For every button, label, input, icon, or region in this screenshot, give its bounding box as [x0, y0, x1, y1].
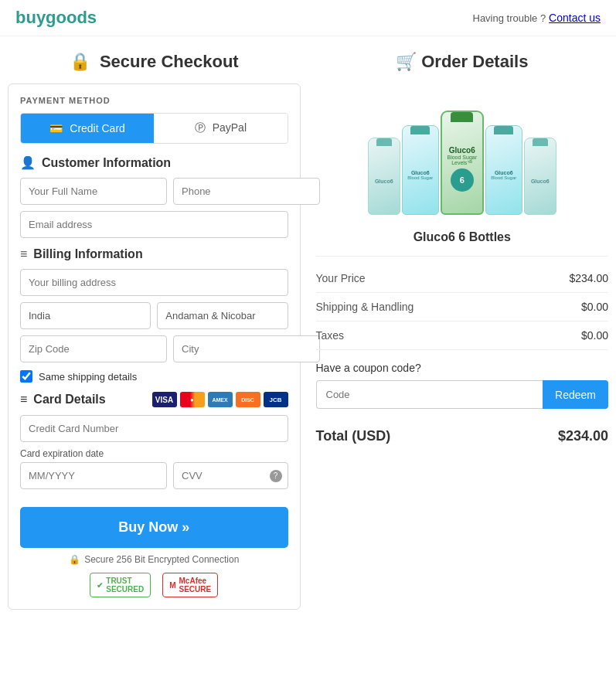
expiry-input[interactable]: [20, 462, 167, 489]
same-shipping-checkbox[interactable]: [20, 370, 32, 383]
full-name-input[interactable]: [20, 178, 167, 205]
paypal-tab-label: PayPal: [213, 121, 247, 134]
bottle-left: Gluco6 Blood Sugar: [402, 125, 439, 215]
summary-row-taxes: Taxes $0.00: [316, 321, 609, 350]
city-input[interactable]: [173, 335, 320, 362]
trouble-area: Having trouble ? Contact us: [473, 12, 601, 24]
payment-tabs: 💳 Credit Card Ⓟ PayPal: [20, 113, 288, 144]
card-number-row: [20, 415, 288, 442]
address-input[interactable]: [20, 269, 288, 296]
address-row: [20, 269, 288, 296]
mcafee-badge: M McAfeeSECURE: [162, 573, 218, 597]
coupon-row: Redeem: [316, 380, 609, 409]
right-header: 🛒 Order Details: [316, 44, 609, 83]
secure-note-lock-icon: 🔒: [69, 554, 80, 565]
customer-section-title: 👤 Customer Information: [20, 155, 288, 170]
state-select[interactable]: Andaman & Nicobar Maharashtra Delhi: [157, 302, 288, 329]
left-header-title: Secure Checkout: [100, 52, 239, 71]
product-bottles: Gluco6 Gluco6 Blood Sugar Gluco6 Blood S…: [316, 91, 609, 215]
summary-row-shipping: Shipping & Handling $0.00: [316, 293, 609, 321]
price-label: Your Price: [316, 272, 366, 284]
card-details-icon: ≡: [20, 393, 27, 407]
trust-secure-badge: ✔ TRUSTSECURED: [90, 573, 151, 597]
same-shipping-row: Same shipping details: [20, 370, 288, 383]
country-select[interactable]: India United States United Kingdom: [20, 302, 151, 329]
card-icons: VISA ● AMEX DISC JCB: [152, 392, 288, 407]
coupon-input[interactable]: [316, 380, 543, 409]
card-number-input[interactable]: [20, 415, 288, 442]
credit-card-tab-icon: 💳: [49, 122, 63, 134]
logo: buygoods: [15, 8, 97, 28]
total-row: Total (USD) $234.00: [316, 417, 609, 456]
amex-icon: AMEX: [208, 392, 233, 407]
right-panel: 🛒 Order Details Gluco6 Gluco6 Blood Suga…: [316, 44, 609, 610]
payment-box: PAYMENT METHOD 💳 Credit Card Ⓟ PayPal 👤 …: [8, 83, 301, 610]
zip-input[interactable]: [20, 335, 167, 362]
email-row: [20, 211, 288, 238]
bottle-right: Gluco6 Blood Sugar: [485, 125, 522, 215]
country-state-row: India United States United Kingdom Andam…: [20, 302, 288, 329]
zip-city-row: [20, 335, 288, 362]
left-panel: 🔒 Secure Checkout PAYMENT METHOD 💳 Credi…: [8, 44, 301, 610]
payment-method-label: PAYMENT METHOD: [20, 96, 288, 105]
customer-icon: 👤: [20, 155, 36, 170]
total-amount: $234.00: [558, 428, 608, 444]
expiry-label: Card expiration date: [20, 448, 288, 459]
tab-credit-card[interactable]: 💳 Credit Card: [21, 114, 154, 143]
price-amount: $234.00: [569, 272, 608, 284]
email-input[interactable]: [20, 211, 288, 238]
jcb-icon: JCB: [264, 392, 288, 407]
card-details-title: ≡ Card Details: [20, 393, 106, 407]
cvv-help-icon[interactable]: ?: [270, 470, 282, 482]
credit-card-tab-label: Credit Card: [70, 122, 125, 134]
trouble-text: Having trouble ?: [473, 12, 546, 24]
discover-icon: DISC: [236, 392, 260, 407]
card-details-header: ≡ Card Details VISA ● AMEX DISC JCB: [20, 392, 288, 407]
coupon-section: Have a coupon code? Redeem: [316, 350, 609, 417]
product-image-area: Gluco6 Gluco6 Blood Sugar Gluco6 Blood S…: [316, 83, 609, 223]
secure-note: 🔒 Secure 256 Bit Encrypted Connection: [20, 554, 288, 565]
visa-icon: VISA: [152, 392, 177, 407]
buy-now-button[interactable]: Buy Now »: [20, 507, 288, 548]
redeem-button[interactable]: Redeem: [543, 380, 608, 409]
name-phone-row: [20, 178, 288, 205]
total-label: Total (USD): [316, 428, 391, 444]
bottle-center: Gluco6 Blood Sugar Levels™ 6: [441, 111, 484, 215]
cvv-wrap: ?: [173, 462, 288, 489]
contact-link[interactable]: Contact us: [549, 12, 601, 24]
expiry-cvv-row: ?: [20, 462, 288, 489]
taxes-amount: $0.00: [581, 329, 608, 342]
billing-icon: ≡: [20, 247, 27, 261]
mastercard-icon: ●: [180, 392, 205, 407]
phone-input[interactable]: [173, 178, 320, 205]
shipping-label: Shipping & Handling: [316, 301, 414, 313]
shipping-amount: $0.00: [581, 301, 608, 313]
left-header: 🔒 Secure Checkout: [8, 44, 301, 83]
taxes-label: Taxes: [316, 329, 345, 342]
product-name: Gluco6 6 Bottles: [316, 230, 609, 244]
billing-section-title: ≡ Billing Information: [20, 247, 288, 261]
tab-paypal[interactable]: Ⓟ PayPal: [154, 114, 287, 143]
trust-badges: ✔ TRUSTSECURED M McAfeeSECURE: [20, 573, 288, 597]
main-container: 🔒 Secure Checkout PAYMENT METHOD 💳 Credi…: [0, 36, 616, 617]
lock-icon: 🔒: [70, 52, 90, 71]
paypal-tab-icon: Ⓟ: [195, 121, 206, 134]
cart-icon: 🛒: [396, 52, 417, 71]
bottle-far-left: Gluco6: [368, 138, 400, 215]
bottle-far-right: Gluco6: [524, 138, 556, 215]
top-bar: buygoods Having trouble ? Contact us: [0, 0, 616, 36]
mcafee-icon: M: [169, 581, 175, 590]
same-shipping-label: Same shipping details: [39, 371, 137, 383]
summary-row-price: Your Price $234.00: [316, 264, 609, 293]
order-summary: Your Price $234.00 Shipping & Handling $…: [316, 256, 609, 350]
coupon-label: Have a coupon code?: [316, 362, 609, 374]
trust-secure-icon: ✔: [97, 581, 103, 590]
